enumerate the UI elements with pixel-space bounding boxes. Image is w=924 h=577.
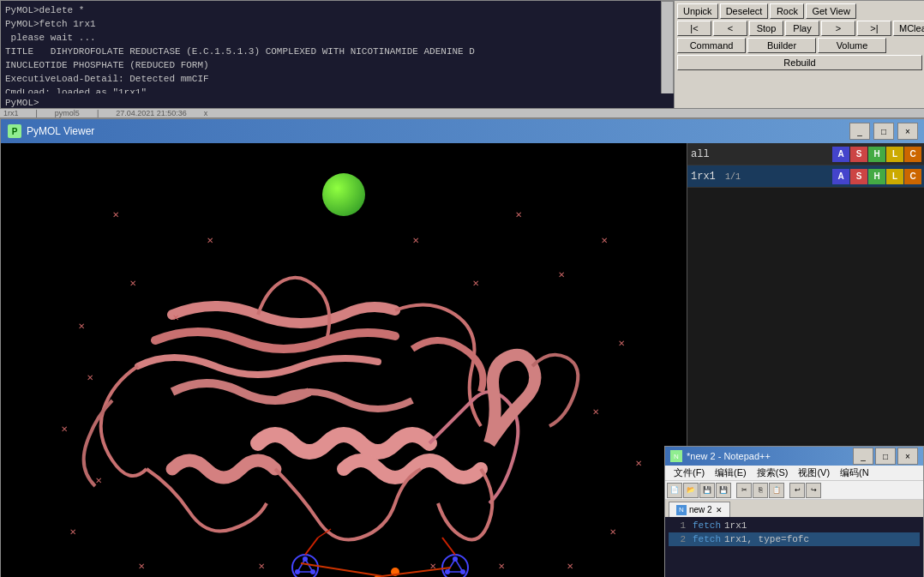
taskbar-item-1: 1rx1 (3, 109, 19, 117)
obj-all-btn-l[interactable]: L (886, 147, 903, 162)
np-minimize-button[interactable]: _ (853, 448, 873, 465)
notepad-icon: N (670, 450, 682, 462)
notepad-menu: 文件(F) 编辑(E) 搜索(S) 视图(V) 编码(N (665, 466, 923, 481)
np-undo-btn[interactable]: ↩ (789, 483, 805, 498)
object-name-all: all (691, 148, 831, 160)
menu-search[interactable]: 搜索(S) (752, 466, 794, 479)
console-line-1: PyMOL>delete * (5, 3, 669, 17)
obj-1rx1-btn-s[interactable]: S (850, 169, 867, 184)
toolbar-row-3: Command Builder Volume (677, 38, 922, 53)
console-scrollbar[interactable] (661, 1, 674, 108)
tab-indicator: N (676, 505, 687, 515)
code-keyword-1: fetch (693, 520, 721, 531)
np-new-btn[interactable]: 📄 (667, 483, 682, 498)
object-row-1rx1: 1rx1 1/1 A S H L C (687, 165, 924, 188)
menu-encoding[interactable]: 编码(N (835, 466, 874, 479)
rebuild-button[interactable]: Rebuild (677, 55, 922, 70)
play-button[interactable]: Play (785, 21, 819, 36)
tab-close-icon[interactable]: ✕ (716, 506, 723, 514)
np-copy-btn[interactable]: ⎘ (753, 483, 768, 498)
get-view-button[interactable]: Get View (806, 3, 855, 19)
menu-view[interactable]: 视图(V) (793, 466, 835, 479)
console-line-4: TITLE DIHYDROFOLATE REDUCTASE (E.C.1.5.1… (5, 45, 669, 58)
toolbar-row-2: |< < Stop Play > >| MClear (677, 21, 922, 36)
code-arg-2: 1rx1, type=fofc (724, 534, 809, 544)
pymol-console: PyMOL>delete * PyMOL>fetch 1rx1 please w… (1, 1, 674, 108)
console-prompt-label: PyMOL> (5, 98, 39, 108)
np-close-button[interactable]: × (897, 448, 918, 465)
builder-button[interactable]: Builder (747, 38, 816, 53)
line-number-2: 2 (669, 534, 686, 544)
titlebar-controls: _ □ × (849, 123, 918, 140)
console-line-6: ExecutiveLoad-Detail: Detected mmCIF (5, 72, 669, 86)
next-frame-button[interactable]: > (821, 21, 855, 36)
deselect-button[interactable]: Deselect (720, 3, 769, 19)
code-line-1: 1 fetch 1rx1 (669, 519, 920, 532)
console-line-5: INUCLEOTIDE PHOSPHATE (REDUCED FORM) (5, 58, 669, 72)
taskbar-separator-2: | (97, 109, 99, 117)
obj-all-btn-h[interactable]: H (868, 147, 885, 162)
minimize-button[interactable]: _ (849, 123, 870, 140)
viewer-title: PyMOL Viewer (27, 125, 94, 137)
close-button[interactable]: × (897, 123, 918, 140)
right-toolbar: Unpick Deselect Rock Get View |< < Stop … (674, 1, 924, 108)
obj-all-btn-c[interactable]: C (904, 147, 921, 162)
obj-all-btn-s[interactable]: S (850, 147, 867, 162)
viewer-canvas[interactable]: ✕ ✕ ✕ ✕ ✕ ✕ ✕ ✕ ✕ ✕ ✕ ✕ ✕ ✕ ✕ ✕ ✕ ✕ ✕ ✕ … (1, 143, 687, 577)
obj-1rx1-btn-h[interactable]: H (868, 169, 885, 184)
toolbar-row-4: Rebuild (677, 55, 922, 70)
maximize-button[interactable]: □ (873, 123, 894, 140)
command-button[interactable]: Command (677, 38, 746, 53)
menu-edit[interactable]: 编辑(E) (710, 466, 752, 479)
code-line-2: 2 fetch 1rx1, type=fofc (669, 532, 920, 546)
np-cut-btn[interactable]: ✂ (736, 483, 752, 498)
obj-1rx1-btn-c[interactable]: C (904, 169, 921, 184)
notepad-window: N *new 2 - Notepad++ _ □ × 文件(F) 编辑(E) 搜… (664, 446, 924, 577)
pymol-console-area: PyMOL>delete * PyMOL>fetch 1rx1 please w… (0, 0, 924, 111)
unpick-button[interactable]: Unpick (677, 3, 718, 19)
taskbar-separator-1: | (36, 109, 38, 117)
first-frame-button[interactable]: |< (677, 21, 711, 36)
code-arg-1: 1rx1 (724, 520, 747, 531)
console-line-2: PyMOL>fetch 1rx1 (5, 17, 669, 31)
notepad-titlebar: N *new 2 - Notepad++ _ □ × (665, 447, 923, 466)
console-line-3: please wait ... (5, 31, 669, 45)
taskbar-strip: 1rx1 | pymol5 | 27.04.2021 21:50:36 x (0, 108, 924, 118)
taskbar-close[interactable]: x (204, 109, 208, 117)
prev-frame-button[interactable]: < (713, 21, 747, 36)
np-paste-btn[interactable]: 📋 (769, 483, 784, 498)
taskbar-timestamp: 27.04.2021 21:50:36 (116, 109, 187, 117)
volume-button[interactable]: Volume (818, 38, 886, 53)
np-redo-btn[interactable]: ↪ (806, 483, 821, 498)
notepad-tabs: N new 2 ✕ (665, 500, 923, 517)
taskbar-item-2: pymol5 (55, 109, 80, 117)
viewer-titlebar: P PyMOL Viewer _ □ × (1, 119, 924, 143)
obj-1rx1-btn-l[interactable]: L (886, 169, 903, 184)
rock-button[interactable]: Rock (770, 3, 804, 19)
np-save-all-btn[interactable]: 💾 (716, 483, 731, 498)
obj-1rx1-btn-a[interactable]: A (832, 169, 849, 184)
pymol-titlebar-icon: P (8, 124, 21, 138)
np-save-btn[interactable]: 💾 (699, 483, 715, 498)
notepad-tab-new2[interactable]: N new 2 ✕ (669, 502, 730, 517)
mclear-button[interactable]: MClear (893, 21, 924, 36)
tab-label: new 2 (689, 505, 712, 514)
notepad-content[interactable]: 1 fetch 1rx1 2 fetch 1rx1, type=fofc (665, 517, 923, 577)
np-open-btn[interactable]: 📂 (683, 483, 699, 498)
np-maximize-button[interactable]: □ (875, 448, 896, 465)
line-number-1: 1 (669, 520, 686, 531)
object-name-1rx1: 1rx1 1/1 (691, 171, 831, 183)
notepad-title: *new 2 - Notepad++ (687, 451, 771, 461)
object-row-all: all A S H L C (687, 143, 924, 165)
last-frame-button[interactable]: >| (857, 21, 891, 36)
stop-button[interactable]: Stop (749, 21, 783, 36)
green-sphere-molecule (322, 173, 365, 216)
obj-all-btn-a[interactable]: A (832, 147, 849, 162)
notepad-toolbar: 📄 📂 💾 💾 ✂ ⎘ 📋 ↩ ↪ (665, 481, 923, 500)
menu-file[interactable]: 文件(F) (669, 466, 710, 479)
toolbar-row-1: Unpick Deselect Rock Get View (677, 3, 922, 19)
code-keyword-2: fetch (693, 534, 721, 544)
